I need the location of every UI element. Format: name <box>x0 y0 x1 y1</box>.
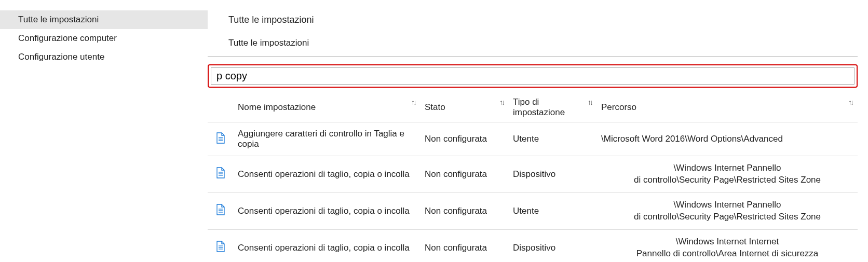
cell-setting-name: Aggiungere caratteri di controllo in Tag… <box>234 122 421 156</box>
cell-state: Non configurata <box>421 122 509 156</box>
cell-type: Dispositivo <box>509 229 597 262</box>
sort-icon[interactable]: ↑↓ <box>848 98 852 106</box>
sort-icon[interactable]: ↑↓ <box>499 98 504 106</box>
column-header-label: Percorso <box>601 102 636 112</box>
column-header-type[interactable]: Tipo di impostazione ↑↓ <box>509 90 597 122</box>
search-highlight <box>208 64 858 88</box>
document-icon <box>216 204 225 218</box>
table-row[interactable]: Aggiungere caratteri di controllo in Tag… <box>208 122 858 156</box>
path-line: di controllo\Security Page\Restricted Si… <box>601 174 853 186</box>
cell-setting-name: Consenti operazioni di taglio, copia o i… <box>234 156 421 193</box>
column-header-icon <box>208 90 234 122</box>
row-icon-cell <box>208 122 234 156</box>
cell-setting-name: Consenti operazioni di taglio, copia o i… <box>234 229 421 262</box>
column-header-path[interactable]: Percorso ↑↓ <box>597 90 858 122</box>
document-icon <box>216 167 225 181</box>
cell-path: \Windows Internet Pannellodi controllo\S… <box>597 192 858 229</box>
sidebar: Tutte le impostazioni Configurazione com… <box>0 0 208 262</box>
search-input[interactable] <box>211 67 855 85</box>
table-row[interactable]: Consenti operazioni di taglio, copia o i… <box>208 156 858 193</box>
table-row[interactable]: Consenti operazioni di taglio, copia o i… <box>208 229 858 262</box>
sort-icon[interactable]: ↑↓ <box>411 98 415 106</box>
cell-type: Utente <box>509 192 597 229</box>
row-icon-cell <box>208 192 234 229</box>
cell-path: \Windows Internet Pannellodi controllo\S… <box>597 156 858 193</box>
path-line: \Windows Internet Internet <box>601 236 853 248</box>
main-content: Tutte le impostazioni Tutte le impostazi… <box>208 0 868 262</box>
path-line: Pannello di controllo\Area Internet di s… <box>601 248 853 260</box>
cell-state: Non configurata <box>421 229 509 262</box>
document-icon <box>216 204 225 215</box>
sidebar-item-user-config[interactable]: Configurazione utente <box>0 48 208 66</box>
sidebar-item-label: Configurazione computer <box>18 33 117 43</box>
column-header-label: Nome impostazione <box>238 102 316 112</box>
column-header-label: Tipo di impostazione <box>513 97 565 117</box>
cell-setting-name: Consenti operazioni di taglio, copia o i… <box>234 192 421 229</box>
cell-state: Non configurata <box>421 192 509 229</box>
breadcrumb: Tutte le impostazioni <box>208 25 858 57</box>
path-line: \Windows Internet Pannello <box>601 162 853 174</box>
sort-icon[interactable]: ↑↓ <box>588 98 592 106</box>
document-icon <box>216 167 225 178</box>
document-icon <box>216 241 225 255</box>
sidebar-item-all-settings[interactable]: Tutte le impostazioni <box>0 10 208 29</box>
sidebar-item-label: Tutte le impostazioni <box>18 15 99 24</box>
column-header-label: Stato <box>425 102 445 112</box>
document-icon <box>216 241 225 252</box>
document-icon <box>216 132 225 146</box>
cell-path: \Microsoft Word 2016\Word Options\Advanc… <box>597 122 858 156</box>
column-header-state[interactable]: Stato ↑↓ <box>421 90 509 122</box>
table-row[interactable]: Consenti operazioni di taglio, copia o i… <box>208 192 858 229</box>
page-title: Tutte le impostazioni <box>208 9 858 25</box>
cell-type: Utente <box>509 122 597 156</box>
row-icon-cell <box>208 229 234 262</box>
path-line: di controllo\Security Page\Restricted Si… <box>601 211 853 223</box>
column-header-name[interactable]: Nome impostazione ↑↓ <box>234 90 421 122</box>
document-icon <box>216 132 225 144</box>
sidebar-item-computer-config[interactable]: Configurazione computer <box>0 29 208 48</box>
settings-table: Nome impostazione ↑↓ Stato ↑↓ Tipo di im… <box>208 90 858 262</box>
cell-path: \Windows Internet InternetPannello di co… <box>597 229 858 262</box>
row-icon-cell <box>208 156 234 193</box>
cell-state: Non configurata <box>421 156 509 193</box>
cell-type: Dispositivo <box>509 156 597 193</box>
path-line: \Windows Internet Pannello <box>601 199 853 211</box>
sidebar-item-label: Configurazione utente <box>18 52 104 62</box>
